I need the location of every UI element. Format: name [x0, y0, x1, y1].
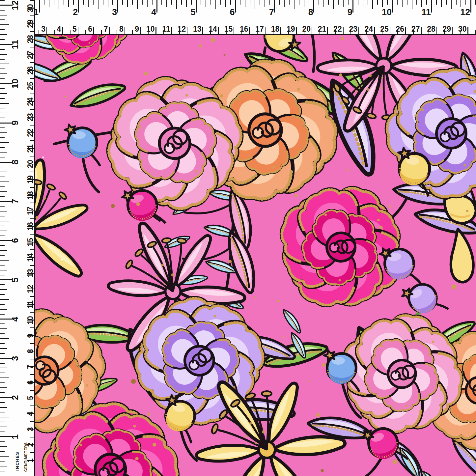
inch-label: 4 — [11, 309, 20, 329]
inch-subtick — [0, 167, 5, 167]
gold-dot — [341, 37, 344, 40]
inch-subtick — [0, 64, 9, 64]
inch-subtick — [0, 221, 9, 221]
cm-label: 17 — [249, 25, 264, 33]
inch-label: 3 — [97, 8, 117, 17]
inch-subtick — [0, 275, 5, 275]
inch-subtick — [142, 0, 143, 5]
inch-subtick — [0, 245, 5, 246]
inch-label: 4 — [136, 8, 156, 17]
inch-subtick — [0, 211, 7, 211]
cm-label: 23 — [343, 25, 357, 33]
gold-dot — [308, 380, 310, 382]
inch-subtick — [132, 0, 133, 5]
inch-subtick — [0, 270, 7, 270]
inch-tick — [431, 0, 432, 13]
inch-subtick — [0, 231, 7, 231]
inch-subtick — [289, 0, 290, 5]
inch-subtick — [0, 378, 9, 378]
inch-subtick — [49, 0, 49, 7]
inch-subtick — [358, 0, 358, 5]
gold-dot — [379, 226, 383, 229]
gold-dot — [347, 169, 349, 171]
inch-subtick — [0, 10, 5, 11]
inch-subtick — [279, 0, 280, 5]
inch-subtick — [0, 147, 5, 148]
inch-subtick — [363, 0, 363, 7]
inch-subtick — [446, 0, 447, 5]
inch-subtick — [338, 0, 339, 5]
gold-dot — [240, 61, 241, 62]
inch-subtick — [0, 29, 5, 30]
gold-dot — [414, 115, 416, 117]
inch-subtick — [0, 255, 5, 256]
inch-subtick — [0, 69, 5, 69]
cm-label: 7 — [93, 25, 108, 33]
inch-subtick — [0, 338, 9, 339]
inch-label: 10 — [372, 8, 392, 17]
inch-subtick — [0, 387, 7, 388]
gold-dot — [147, 412, 151, 416]
inch-label: 6 — [11, 231, 20, 250]
inch-subtick — [112, 0, 113, 5]
gold-dot — [339, 73, 342, 77]
cm-label: 28 — [421, 25, 435, 33]
cm-label: 15 — [218, 25, 233, 33]
inch-subtick — [230, 0, 231, 5]
gold-dot — [466, 210, 468, 212]
inch-label: 9 — [11, 113, 20, 133]
inch-subtick — [0, 250, 7, 251]
inch-subtick — [0, 333, 5, 334]
inch-tick — [274, 0, 275, 13]
inch-label: 3 — [11, 349, 20, 368]
gold-dot — [283, 336, 285, 338]
inch-subtick — [0, 289, 7, 290]
gold-dot — [144, 71, 148, 75]
gold-dot — [254, 296, 256, 298]
inch-subtick — [161, 0, 162, 5]
inch-subtick — [0, 294, 5, 295]
inch-subtick — [0, 177, 5, 177]
inch-subtick — [0, 412, 5, 412]
inch-subtick — [377, 0, 378, 5]
gold-dot — [64, 96, 66, 98]
inch-subtick — [0, 103, 9, 104]
inch-subtick — [0, 373, 5, 373]
inch-tick — [117, 0, 118, 13]
inch-subtick — [387, 0, 388, 5]
gold-dot — [134, 135, 136, 137]
inch-subtick — [54, 0, 54, 5]
inch-subtick — [0, 392, 5, 393]
inch-subtick — [245, 0, 245, 7]
gold-dot — [277, 300, 280, 302]
inch-subtick — [0, 39, 5, 40]
cm-label: 29 — [436, 25, 451, 33]
inch-subtick — [426, 0, 427, 5]
inch-subtick — [0, 49, 5, 50]
inch-subtick — [0, 108, 5, 108]
inch-subtick — [368, 0, 368, 5]
cm-label: 12 — [171, 25, 186, 33]
gold-dot — [199, 44, 202, 47]
inch-subtick — [171, 0, 172, 5]
inch-subtick — [0, 0, 5, 1]
inch-label: 6 — [215, 8, 235, 17]
gold-dot — [451, 284, 456, 289]
inch-subtick — [0, 59, 5, 60]
inch-subtick — [456, 0, 457, 5]
ruler-top-inches-cm: 1234567891011123456789101112131415161718… — [0, 0, 476, 35]
inch-label: 8 — [11, 152, 20, 172]
inch-subtick — [220, 0, 221, 5]
inch-subtick — [407, 0, 407, 5]
inch-subtick — [147, 0, 148, 7]
inch-subtick — [0, 417, 9, 417]
inch-subtick — [0, 265, 5, 266]
inch-subtick — [0, 353, 5, 354]
gold-dot — [153, 443, 156, 447]
inch-subtick — [152, 0, 153, 5]
inch-subtick — [93, 0, 94, 5]
cm-label: 10 — [140, 25, 155, 33]
inch-subtick — [201, 0, 201, 5]
inch-subtick — [0, 260, 9, 261]
inch-tick — [78, 0, 79, 13]
